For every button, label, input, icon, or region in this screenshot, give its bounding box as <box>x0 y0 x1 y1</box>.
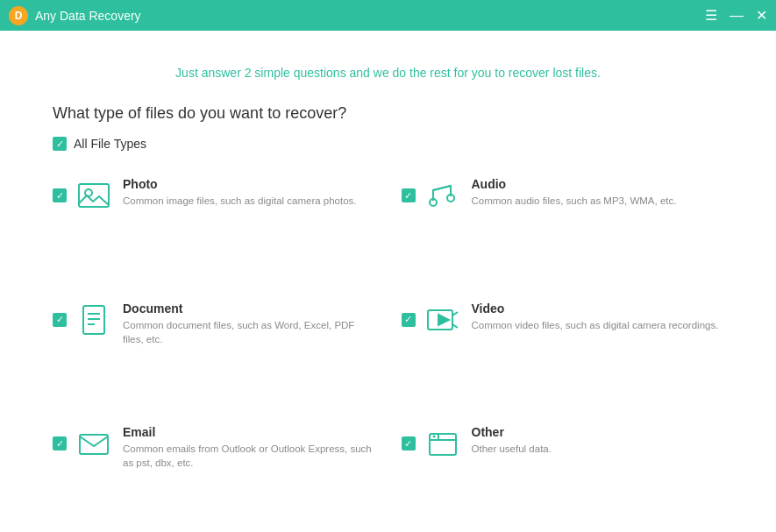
file-type-photo[interactable]: Photo Common image files, such as digita… <box>44 168 384 284</box>
main-content: Just answer 2 simple questions and we do… <box>0 31 776 532</box>
other-checkbox[interactable] <box>402 436 416 450</box>
all-file-types-row: All File Types <box>53 137 146 151</box>
audio-checkbox[interactable] <box>402 188 416 202</box>
video-desc: Common video files, such as digital came… <box>472 318 719 332</box>
document-checkbox[interactable] <box>53 313 67 327</box>
minimize-icon[interactable]: — <box>730 9 744 23</box>
audio-name: Audio <box>472 177 677 191</box>
audio-icon <box>424 177 461 214</box>
audio-text: Audio Common audio files, such as MP3, W… <box>472 177 677 208</box>
app-title: Any Data Recovery <box>35 9 141 23</box>
email-desc: Common emails from Outlook or Outlook Ex… <box>123 442 375 470</box>
app-logo: D <box>9 6 28 25</box>
photo-text: Photo Common image files, such as digita… <box>123 177 357 208</box>
email-text: Email Common emails from Outlook or Outl… <box>123 425 375 470</box>
email-name: Email <box>123 425 375 439</box>
menu-icon[interactable]: ☰ <box>705 9 717 23</box>
file-type-video[interactable]: Video Common video files, such as digita… <box>393 293 733 408</box>
document-desc: Common document files, such as Word, Exc… <box>123 318 375 346</box>
window-controls[interactable]: ☰ — ✕ <box>705 9 767 23</box>
other-icon <box>424 425 461 462</box>
email-checkbox[interactable] <box>53 436 67 450</box>
svg-point-17 <box>432 436 435 438</box>
photo-icon <box>75 177 112 214</box>
email-icon-group <box>53 425 112 462</box>
file-type-email[interactable]: Email Common emails from Outlook or Outl… <box>44 416 384 532</box>
video-name: Video <box>472 301 719 316</box>
other-icon-group <box>402 425 461 462</box>
file-types-grid: Photo Common image files, such as digita… <box>44 168 732 532</box>
video-icon-group <box>402 301 461 338</box>
document-name: Document <box>123 301 375 316</box>
video-icon <box>424 301 461 338</box>
other-desc: Other useful data. <box>472 442 552 456</box>
photo-checkbox[interactable] <box>53 188 67 202</box>
titlebar-left: D Any Data Recovery <box>9 6 141 25</box>
file-type-document[interactable]: Document Common document files, such as … <box>44 293 384 408</box>
document-icon <box>75 301 112 338</box>
photo-name: Photo <box>123 177 357 191</box>
document-icon-group <box>53 301 112 338</box>
close-icon[interactable]: ✕ <box>756 9 767 23</box>
file-type-other[interactable]: Other Other useful data. <box>393 416 733 532</box>
all-file-types-checkbox[interactable] <box>53 137 67 151</box>
photo-icon-group <box>53 177 112 214</box>
svg-marker-10 <box>438 315 449 325</box>
document-text: Document Common document files, such as … <box>123 301 375 346</box>
video-text: Video Common video files, such as digita… <box>472 301 719 332</box>
svg-line-4 <box>433 186 451 190</box>
email-icon <box>75 425 112 462</box>
audio-desc: Common audio files, such as MP3, WMA, et… <box>472 194 677 208</box>
svg-rect-13 <box>80 435 108 454</box>
audio-icon-group <box>402 177 461 214</box>
other-text: Other Other useful data. <box>472 425 552 456</box>
question-heading: What type of files do you want to recove… <box>53 104 346 123</box>
file-type-audio[interactable]: Audio Common audio files, such as MP3, W… <box>393 168 733 284</box>
video-checkbox[interactable] <box>402 313 416 327</box>
photo-desc: Common image files, such as digital came… <box>123 194 357 208</box>
svg-rect-0 <box>79 184 109 207</box>
titlebar: D Any Data Recovery ☰ — ✕ <box>0 0 776 31</box>
subtitle: Just answer 2 simple questions and we do… <box>175 66 601 80</box>
all-file-types-label: All File Types <box>74 137 146 151</box>
other-name: Other <box>472 425 552 439</box>
